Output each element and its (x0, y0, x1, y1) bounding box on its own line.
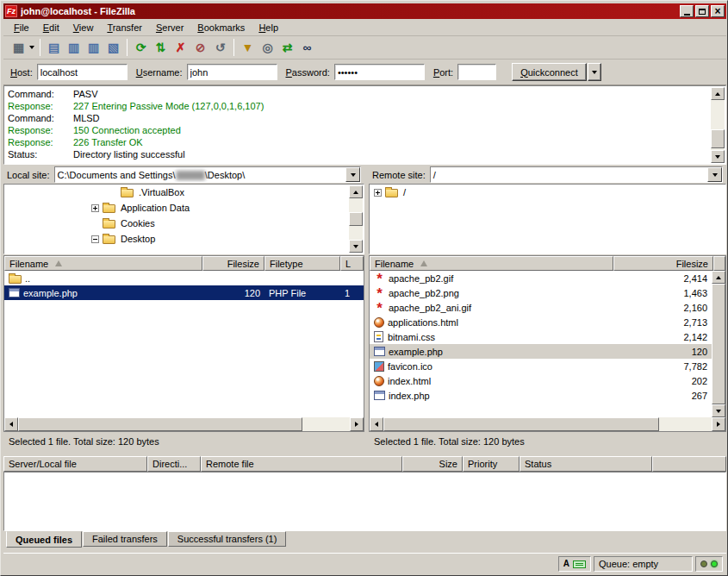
menu-edit[interactable]: Edit (36, 21, 66, 34)
column-header-remote-file[interactable]: Remote file (201, 456, 402, 472)
local-list-body[interactable]: .. example.php 120 PHP File 1 (4, 271, 364, 417)
maximize-button[interactable] (695, 5, 709, 17)
menu-server[interactable]: Server (149, 21, 190, 34)
column-header-size[interactable]: Size (402, 456, 463, 472)
tree-item-root[interactable]: / (370, 185, 725, 200)
remote-list-body[interactable]: apache_pb2.gif 2,414 apache_pb2.png 1,46… (370, 271, 725, 417)
menu-transfer[interactable]: Transfer (100, 21, 149, 34)
file-row[interactable]: apache_pb2_ani.gif 2,160 (370, 300, 712, 315)
tree-item-desktop[interactable]: Desktop (4, 231, 364, 247)
file-row-parent-dir[interactable]: .. (4, 271, 364, 285)
scrollbar-track[interactable] (18, 417, 350, 431)
local-site-combobox[interactable]: C:\Documents and Settings\██████\Desktop… (54, 166, 361, 183)
queue-body[interactable] (3, 472, 726, 531)
quickconnect-button[interactable]: Quickconnect (512, 63, 587, 81)
local-tree-scrollbar[interactable] (349, 185, 363, 253)
column-header-priority[interactable]: Priority (463, 456, 520, 472)
scrollbar-thumb[interactable] (711, 129, 725, 148)
menu-help[interactable]: Help (252, 21, 285, 34)
toggle-message-log-button[interactable]: ▤ (44, 38, 64, 57)
php-file-icon (374, 347, 385, 356)
menu-bookmarks[interactable]: Bookmarks (190, 21, 252, 34)
cancel-operation-button[interactable]: ✗ (171, 38, 190, 57)
compare-button[interactable]: ◎ (258, 38, 277, 57)
sync-browsing-button[interactable]: ⇄ (277, 38, 297, 57)
site-manager-button[interactable]: ▦ (9, 38, 28, 57)
disconnect-button[interactable]: ⊘ (190, 38, 210, 57)
scrollbar-thumb[interactable] (383, 417, 659, 431)
scrollbar-thumb[interactable] (712, 284, 725, 404)
scrollbar-track[interactable] (712, 284, 725, 404)
file-row-selected[interactable]: example.php 120 (370, 344, 712, 359)
reconnect-button[interactable]: ↺ (210, 38, 230, 57)
column-header-direction[interactable]: Directi... (147, 456, 201, 472)
column-header-filetype[interactable]: Filetype (264, 256, 340, 271)
local-site-dropdown-button[interactable] (345, 167, 360, 182)
local-list-hscrollbar[interactable] (4, 417, 364, 431)
column-header-status[interactable]: Status (520, 456, 652, 472)
file-row[interactable]: bitnami.css 2,142 (370, 329, 712, 344)
scrollbar-thumb[interactable] (18, 417, 302, 431)
host-input[interactable] (37, 64, 128, 80)
column-header-filesize[interactable]: Filesize (613, 256, 713, 271)
filter-button[interactable]: ▼ (238, 38, 258, 57)
column-header-server-local-file[interactable]: Server/Local file (3, 456, 147, 472)
scroll-up-button[interactable] (349, 185, 363, 198)
expand-plus-icon[interactable] (374, 189, 382, 197)
scrollbar-track[interactable] (383, 417, 712, 431)
close-button[interactable] (711, 5, 725, 17)
file-row[interactable]: index.html 202 (370, 373, 712, 388)
scroll-right-button[interactable] (712, 417, 725, 431)
tab-successful-transfers[interactable]: Successful transfers (1) (168, 531, 287, 547)
password-input[interactable] (334, 64, 425, 80)
expand-plus-icon[interactable] (91, 204, 99, 212)
tree-item-cookies[interactable]: Cookies (4, 216, 364, 231)
column-header-filename[interactable]: Filename (370, 256, 613, 271)
scroll-up-button[interactable] (711, 87, 725, 100)
file-row[interactable]: apache_pb2.gif 2,414 (370, 271, 712, 285)
column-header-filename[interactable]: Filename (4, 256, 202, 271)
scroll-up-button[interactable] (712, 271, 725, 284)
remote-site-combobox[interactable]: / (430, 166, 723, 183)
file-row-selected[interactable]: example.php 120 PHP File 1 (4, 285, 364, 300)
scroll-right-button[interactable] (350, 417, 364, 431)
menu-view[interactable]: View (66, 21, 101, 34)
toggle-queue-button[interactable]: ▧ (103, 38, 123, 57)
process-queue-button[interactable]: ⇅ (151, 38, 171, 57)
file-row[interactable]: applications.html 2,713 (370, 315, 712, 329)
scrollbar-thumb[interactable] (349, 212, 363, 226)
quickconnect-dropdown-button[interactable] (588, 63, 601, 81)
toggle-remote-tree-button[interactable]: ▥ (84, 38, 103, 57)
scrollbar-track[interactable] (711, 100, 725, 150)
minimize-button[interactable] (680, 5, 694, 17)
remote-list-scrollbar[interactable] (712, 271, 725, 417)
column-header-lastmodified[interactable]: L (340, 256, 364, 271)
tab-queued-files[interactable]: Queued files (6, 531, 82, 548)
remote-site-dropdown-button[interactable] (707, 167, 722, 182)
search-files-button[interactable]: ∞ (297, 38, 317, 57)
log-scrollbar[interactable] (711, 87, 725, 163)
scroll-down-button[interactable] (349, 240, 363, 253)
username-input[interactable] (187, 64, 277, 80)
scrollbar-track[interactable] (349, 198, 363, 240)
column-header-filesize[interactable]: Filesize (202, 256, 264, 271)
speed-limit-icon[interactable] (573, 560, 586, 568)
refresh-button[interactable]: ⟳ (131, 38, 151, 57)
scroll-left-button[interactable] (370, 417, 383, 431)
tab-failed-transfers[interactable]: Failed transfers (83, 531, 167, 547)
collapse-minus-icon[interactable] (91, 235, 99, 243)
port-input[interactable] (457, 64, 496, 80)
toggle-local-tree-button[interactable]: ▥ (64, 38, 84, 57)
titlebar[interactable]: Fz john@localhost - FileZilla (3, 3, 726, 19)
scroll-down-button[interactable] (711, 150, 725, 163)
scroll-down-button[interactable] (712, 404, 725, 417)
site-manager-dropdown-button[interactable] (27, 38, 36, 57)
remote-list-hscrollbar[interactable] (370, 417, 725, 431)
menu-file[interactable]: File (7, 21, 36, 34)
scroll-left-button[interactable] (4, 417, 18, 431)
file-row[interactable]: apache_pb2.png 1,463 (370, 285, 712, 300)
tree-item-application-data[interactable]: Application Data (4, 200, 364, 216)
file-row[interactable]: favicon.ico 7,782 (370, 359, 712, 373)
file-row[interactable]: index.php 267 (370, 388, 712, 403)
tree-item-virtualbox[interactable]: .VirtualBox (4, 185, 364, 200)
